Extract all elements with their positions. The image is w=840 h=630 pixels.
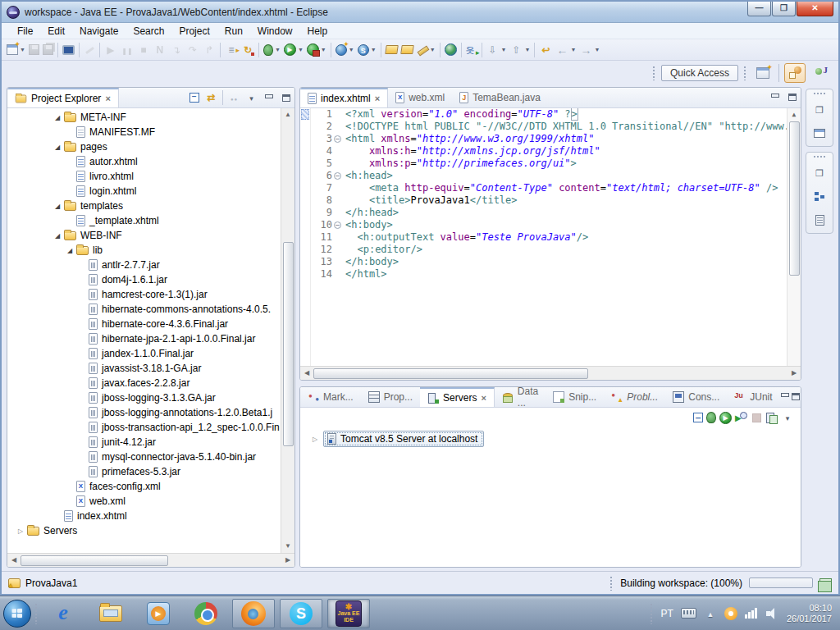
scroll-thumb[interactable] — [313, 368, 588, 379]
skip-breakpoints-button[interactable] — [223, 42, 240, 58]
new-wizard-button[interactable]: ▼ — [5, 43, 27, 57]
toolbar-grip[interactable] — [652, 66, 656, 80]
tree-item-mysql-connector-java-5-1-40-bin-jar[interactable]: mysql-connector-java-5.1.40-bin.jar — [7, 450, 294, 464]
tree-item-hibernate-jpa-2-1-api-1-0-0-final-jar[interactable]: hibernate-jpa-2.1-api-1.0.0.Final.jar — [7, 331, 294, 346]
fold-marker-icon[interactable]: – — [332, 133, 344, 145]
code-line[interactable]: 6–<h:head> — [311, 170, 787, 182]
expander-icon[interactable]: ▷ — [308, 436, 322, 443]
dropdown-arrow-icon[interactable]: ▼ — [297, 47, 304, 52]
tree-item-livro-xhtml[interactable]: livro.xhtml — [7, 169, 294, 184]
focus-task-button[interactable] — [226, 91, 242, 105]
view-tab-data[interactable]: Data ... — [495, 387, 546, 407]
expander-icon[interactable]: ▷ — [14, 527, 27, 535]
scroll-thumb[interactable] — [21, 555, 168, 566]
taskbar-skype-button[interactable]: S — [280, 599, 322, 628]
code-line[interactable]: 9</h:head> — [311, 207, 787, 219]
scroll-left-icon[interactable]: ◀ — [302, 368, 312, 378]
tree-item-servers[interactable]: ▷Servers — [7, 523, 294, 538]
relaunch-button[interactable] — [240, 42, 256, 58]
doc-view-button[interactable] — [812, 213, 828, 227]
forward-button[interactable]: ▼ — [578, 42, 601, 58]
tree-item-lib[interactable]: ◢lib — [7, 243, 294, 258]
mark-occurrences-button[interactable]: ▼ — [415, 43, 437, 57]
expander-icon[interactable]: ◢ — [51, 114, 64, 121]
rail-grip[interactable] — [813, 92, 826, 95]
editor-tab-index-xhtml[interactable]: index.xhtml× — [300, 88, 388, 107]
editor-vertical-scrollbar[interactable]: ▲ — [787, 108, 801, 366]
run-on-server-button[interactable] — [464, 43, 479, 57]
tree-item--template-xhtml[interactable]: _template.xhtml — [7, 213, 294, 228]
code-line[interactable]: 14</html> — [311, 268, 787, 281]
viewmenu-button[interactable] — [244, 91, 259, 105]
maximize-view-button[interactable] — [791, 390, 800, 404]
taskbar-windows-explorer-button[interactable] — [89, 599, 132, 628]
editor-horizontal-scrollbar[interactable]: ◀ ▶ — [300, 366, 801, 380]
tree-item-autor-xhtml[interactable]: autor.xhtml — [7, 154, 294, 169]
titlebar[interactable]: workspace - Java EE - ProvaJava1/WebCont… — [2, 2, 838, 23]
console-button[interactable] — [61, 43, 76, 57]
web-browser-button[interactable] — [443, 42, 459, 57]
profile-server-button[interactable] — [735, 412, 747, 424]
editor-tab-temabean-java[interactable]: TemaBean.java — [452, 88, 548, 107]
start-server-button[interactable] — [719, 412, 732, 424]
editor-view-button[interactable] — [812, 126, 828, 140]
network-icon[interactable] — [745, 608, 759, 619]
code-line[interactable]: 8 <title>ProvaJava1</title> — [311, 194, 787, 207]
back-button[interactable]: ▼ — [554, 42, 578, 58]
expander-icon[interactable]: ◢ — [51, 203, 64, 210]
debug-button[interactable]: ▼ — [262, 43, 282, 57]
tree-item-manifest-mf[interactable]: MANIFEST.MF — [7, 125, 294, 139]
code-line[interactable]: 3–<html xmlns="http://www.w3.org/1999/xh… — [311, 133, 787, 145]
taskbar-eclipse-button[interactable]: Java EEIDE — [327, 599, 370, 628]
expander-icon[interactable]: ◢ — [51, 232, 64, 240]
collapse-all-button[interactable] — [186, 91, 202, 105]
tree-item-pages[interactable]: ◢pages — [7, 139, 294, 154]
export-folder-button[interactable] — [399, 43, 415, 56]
code-line[interactable]: 11 <h:outputText value="Teste ProvaJava"… — [311, 231, 787, 244]
tree-item-meta-inf[interactable]: ◢META-INF — [7, 110, 294, 125]
menu-run[interactable]: Run — [217, 24, 250, 39]
scroll-thumb[interactable] — [789, 121, 800, 276]
taskbar-firefox-button[interactable] — [232, 599, 275, 628]
fold-marker-icon[interactable]: – — [332, 170, 344, 182]
scroll-thumb[interactable] — [283, 242, 294, 446]
minimize-button[interactable] — [261, 91, 276, 105]
tray-app-icon[interactable] — [724, 607, 737, 620]
close-view-icon[interactable]: × — [105, 94, 110, 103]
menu-search[interactable]: Search — [126, 24, 171, 39]
view-tab-cons[interactable]: Cons... — [665, 387, 727, 407]
collapse-all-button[interactable] — [693, 413, 703, 422]
tree-horizontal-scrollbar[interactable]: ◀ ▶ — [7, 553, 294, 567]
tree-item-web-xml[interactable]: web.xml — [7, 494, 294, 509]
close-tab-icon[interactable]: × — [375, 94, 380, 103]
code-editor[interactable]: 1<?xml version="1.0" encoding="UTF-8" ?>… — [300, 108, 801, 366]
restore-window-button[interactable]: ❐ — [772, 2, 796, 16]
tree-item-jandex-1-1-0-final-jar[interactable]: jandex-1.1.0.Final.jar — [7, 346, 294, 361]
dropdown-arrow-icon[interactable]: ▼ — [500, 47, 507, 52]
dropdown-arrow-icon[interactable]: ▼ — [429, 47, 436, 52]
tree-item-jboss-transaction-api-1-2-spec-1-0-0-fin[interactable]: jboss-transaction-api_1.2_spec-1.0.0.Fin — [7, 420, 294, 435]
dropdown-arrow-icon[interactable]: ▼ — [370, 47, 377, 52]
scroll-right-icon[interactable]: ▶ — [283, 555, 293, 565]
code-line[interactable]: 13</h:body> — [311, 256, 787, 268]
scroll-up-icon[interactable]: ▲ — [283, 110, 293, 120]
link-editor-button[interactable] — [203, 91, 219, 105]
server-item-tomcat[interactable]: Tomcat v8.5 Server at localhost — [323, 431, 484, 447]
expander-icon[interactable]: ◢ — [63, 247, 76, 254]
perspective-java-button[interactable] — [810, 63, 832, 83]
keyboard-layout-icon[interactable] — [681, 608, 696, 619]
perspective-java-ee-button[interactable] — [784, 63, 806, 83]
tree-item-junit-4-12-jar[interactable]: junit-4.12.jar — [7, 435, 294, 450]
expander-icon[interactable]: ◢ — [51, 144, 64, 151]
view-tab-servers[interactable]: Servers× — [420, 387, 495, 407]
tree-item-jboss-logging-3-1-3-ga-jar[interactable]: jboss-logging-3.1.3.GA.jar — [7, 390, 294, 405]
view-tab-snip[interactable]: Snip... — [546, 387, 604, 407]
menu-edit[interactable]: Edit — [40, 24, 72, 39]
view-tab-junit[interactable]: JUnit — [727, 387, 779, 407]
background-operations-icon[interactable] — [819, 578, 832, 588]
rail-grip[interactable] — [813, 155, 826, 158]
dropdown-arrow-icon[interactable]: ▼ — [274, 47, 281, 52]
tree-vertical-scrollbar[interactable]: ▲ ▼ — [281, 108, 294, 553]
show-hidden-icons-button[interactable] — [704, 607, 717, 620]
tree-item-antlr-2-7-7-jar[interactable]: antlr-2.7.7.jar — [7, 258, 294, 272]
